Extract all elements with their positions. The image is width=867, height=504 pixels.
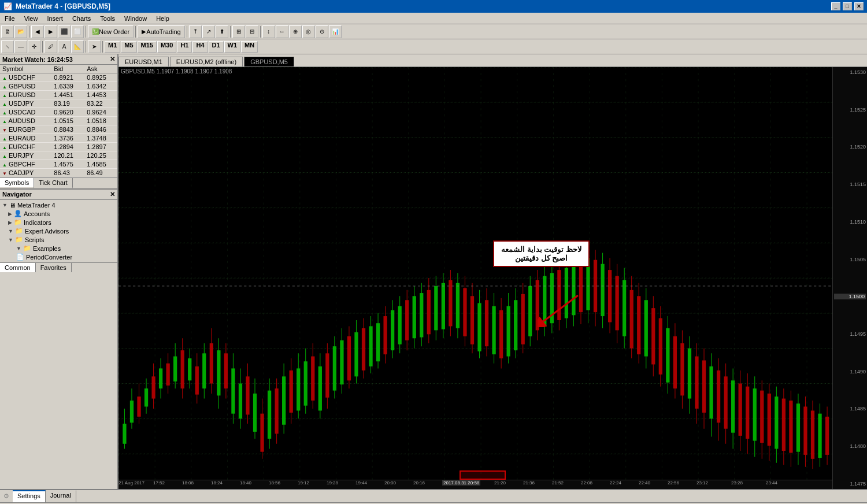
nav-item-accounts[interactable]: ▶ 👤 Accounts: [0, 209, 117, 218]
new-chart-button[interactable]: 🗎: [1, 25, 14, 38]
chart-tab-gbpusd-m5[interactable]: GBPUSD,M5: [244, 57, 294, 66]
market-watch-row[interactable]: ▲ USDCHF 0.8921 0.8925: [0, 73, 117, 82]
svg-rect-70: [325, 353, 329, 397]
nav-item-period-converter[interactable]: 📄 PeriodConverter: [0, 253, 117, 261]
tool-arrow[interactable]: ➤: [88, 40, 101, 53]
prop4-button[interactable]: ◎: [302, 25, 315, 38]
svg-rect-50: [253, 394, 257, 432]
back-button[interactable]: ◀: [31, 25, 44, 38]
market-watch-row[interactable]: ▲ EURUSD 1.4451 1.4453: [0, 91, 117, 99]
prop1-button[interactable]: ↕: [262, 25, 275, 38]
menu-insert[interactable]: Insert: [42, 14, 68, 23]
maximize-button[interactable]: □: [843, 2, 852, 10]
menu-file[interactable]: File: [0, 14, 20, 23]
zoom-minus-button[interactable]: ⊟: [246, 25, 258, 38]
period-m15[interactable]: M15: [138, 41, 157, 53]
chart-canvas[interactable]: GBPUSD,M5 1.1907 1.1908 1.1907 1.1908: [118, 67, 867, 489]
tool3-button[interactable]: ⬆: [216, 25, 228, 38]
symbol-cell: ▲ EURAUD: [0, 134, 51, 143]
bid-cell: 1.4575: [51, 160, 84, 169]
zoom-in-button[interactable]: ⬛: [58, 25, 71, 38]
hline-tool[interactable]: —: [14, 40, 27, 53]
toolbar-periods: ⟍ — ✛ 🖊 A 📐 ➤ M1 M5 M15 M30 H1 H4 D1 W1 …: [0, 39, 867, 54]
nav-item-scripts[interactable]: ▼ 📁 Scripts: [0, 235, 117, 244]
tab-journal[interactable]: Journal: [46, 490, 76, 502]
svg-rect-32: [188, 358, 191, 380]
chart-tab-eurusd-m2[interactable]: EURUSD,M2 (offline): [170, 57, 243, 66]
zoom-full-button[interactable]: ⊞: [232, 25, 245, 38]
tab-favorites[interactable]: Favorites: [36, 263, 72, 272]
svg-rect-96: [420, 293, 423, 337]
annotation-box: لاحظ توقيت بداية الشمعه اصبح كل دقيقتين: [493, 240, 590, 267]
bid-cell: 1.6339: [51, 82, 84, 91]
ask-cell: 120.25: [84, 151, 117, 160]
draw2-button[interactable]: A: [58, 40, 71, 53]
market-watch-row[interactable]: ▲ GBPUSD 1.6339 1.6342: [0, 82, 117, 91]
period-w1[interactable]: W1: [224, 41, 241, 53]
crosshair-tool[interactable]: ✛: [28, 40, 40, 53]
svg-rect-64: [304, 361, 307, 405]
market-watch-row[interactable]: ▲ EURCHF 1.2894 1.2897: [0, 143, 117, 151]
market-watch-row[interactable]: ▲ EURAUD 1.3736 1.3748: [0, 134, 117, 143]
period-m5[interactable]: M5: [121, 41, 136, 53]
svg-rect-190: [760, 391, 764, 443]
menu-view[interactable]: View: [20, 14, 43, 23]
svg-rect-48: [246, 376, 249, 414]
prop3-button[interactable]: ⊕: [289, 25, 302, 38]
nav-item-indicators[interactable]: ▶ 📁 Indicators: [0, 218, 117, 227]
symbol-text: EURAUD: [9, 135, 35, 142]
menu-tools[interactable]: Tools: [95, 14, 120, 23]
period-m1[interactable]: M1: [105, 41, 120, 53]
market-watch-row[interactable]: ▲ GBPCHF 1.4575 1.4585: [0, 160, 117, 169]
svg-rect-112: [477, 303, 481, 351]
period-h4[interactable]: H4: [192, 41, 208, 53]
tool1-button[interactable]: ⤒: [189, 25, 202, 38]
svg-rect-114: [485, 300, 488, 346]
market-watch-row[interactable]: ▲ USDJPY 83.19 83.22: [0, 99, 117, 108]
market-watch-row[interactable]: ▲ AUDUSD 1.0515 1.0518: [0, 117, 117, 125]
period-d1[interactable]: D1: [209, 41, 224, 53]
close-button[interactable]: ✕: [854, 2, 864, 10]
nav-item-metatrader4[interactable]: ▼ 🖥 MetaTrader 4: [0, 201, 117, 209]
direction-icon: ▲: [2, 154, 7, 159]
market-watch-row[interactable]: ▲ USDCAD 0.9620 0.9624: [0, 108, 117, 117]
market-watch-row[interactable]: ▲ EURJPY 120.21 120.25: [0, 151, 117, 160]
svg-rect-208: [825, 417, 829, 455]
nav-item-expert-advisors[interactable]: ▼ 📁 Expert Advisors: [0, 227, 117, 235]
line-tool[interactable]: ⟍: [1, 40, 14, 53]
symbol-cell: ▲ GBPCHF: [0, 160, 51, 169]
draw1-button[interactable]: 🖊: [45, 40, 57, 53]
toggle-icon: ▶: [8, 220, 12, 225]
nav-item-examples[interactable]: ▼ 📁 Examples: [0, 244, 117, 253]
tab-symbols[interactable]: Symbols: [0, 178, 34, 188]
period-h1[interactable]: H1: [177, 41, 192, 53]
draw3-button[interactable]: 📐: [71, 40, 84, 53]
menu-window[interactable]: Window: [120, 14, 151, 23]
tool2-button[interactable]: ↗: [202, 25, 215, 38]
minimize-button[interactable]: _: [831, 2, 840, 10]
symbol-cell: ▼ CADJPY: [0, 169, 51, 177]
market-watch-row[interactable]: ▼ EURGBP 0.8843 0.8846: [0, 125, 117, 134]
bid-cell: 83.19: [51, 99, 84, 108]
open-button[interactable]: 📂: [14, 25, 27, 38]
prop5-button[interactable]: ⊙: [316, 25, 328, 38]
tab-common[interactable]: Common: [0, 263, 36, 272]
svg-rect-204: [811, 410, 814, 458]
market-watch-row[interactable]: ▼ CADJPY 86.43 86.49: [0, 169, 117, 177]
menu-help[interactable]: Help: [151, 14, 174, 23]
period-mn[interactable]: MN: [241, 41, 258, 53]
svg-rect-186: [746, 387, 749, 439]
new-order-button[interactable]: 💹 New Order: [88, 25, 134, 38]
prop6-button[interactable]: 📊: [329, 25, 342, 38]
zoom-out-button[interactable]: ⬜: [71, 25, 84, 38]
period-m30[interactable]: M30: [157, 41, 176, 53]
market-watch-close[interactable]: ✕: [110, 55, 115, 63]
forward-button[interactable]: ▶: [45, 25, 57, 38]
chart-tab-eurusd-m1[interactable]: EURUSD,M1: [118, 57, 169, 66]
navigator-close[interactable]: ✕: [110, 191, 115, 198]
tab-tick-chart[interactable]: Tick Chart: [34, 178, 73, 188]
prop2-button[interactable]: ↔: [276, 25, 288, 38]
menu-charts[interactable]: Charts: [68, 14, 95, 23]
tab-settings[interactable]: Settings: [13, 490, 46, 502]
autotrading-button[interactable]: ▶ AutoTrading: [138, 25, 185, 38]
